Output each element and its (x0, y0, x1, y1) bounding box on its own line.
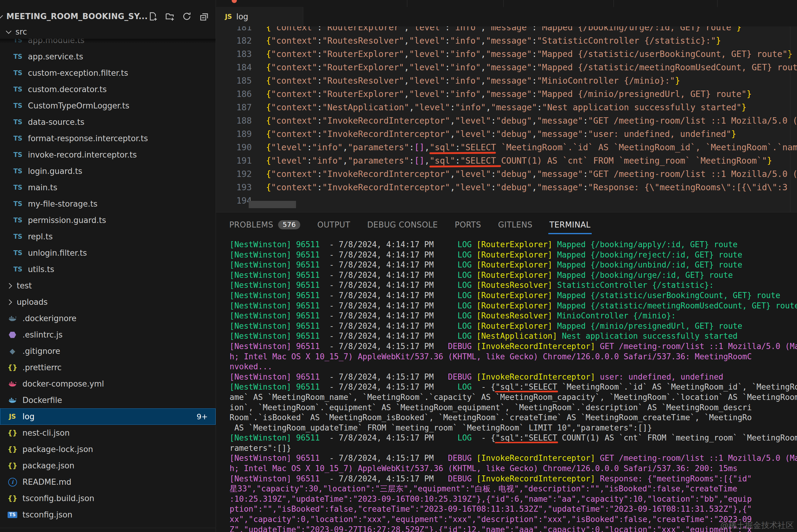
sidebar-item-utils-ts[interactable]: TSutils.ts (0, 261, 216, 278)
sidebar-item-log[interactable]: JSlog9+ (0, 408, 216, 425)
terminal-line: 星33","capacity":30,"location":"三层东","equ… (230, 484, 797, 494)
editor-line-193: 193{"context":"InvokeRecordInterceptor",… (216, 181, 797, 194)
terminal-line: [NestWinston] 96511 - 7/8/2024, 4:14:17 … (230, 240, 797, 250)
tab-log[interactable]: JS log (216, 7, 303, 26)
panel-tab-debug-console[interactable]: DEBUG CONSOLE (367, 220, 438, 229)
sidebar-item-docker-compose-yml[interactable]: docker-compose.yml (0, 376, 216, 392)
sidebar-item-uploads[interactable]: uploads (0, 294, 216, 310)
file-label: docker-compose.yml (22, 379, 104, 388)
explorer-section-header[interactable]: MEETING_ROOM_BOOKING_SY... (0, 8, 216, 25)
panel-tab-problems[interactable]: PROBLEMS576 (229, 220, 300, 229)
sidebar-item-login-guard-ts[interactable]: TSlogin.guard.ts (0, 163, 216, 179)
typescript-file-icon: TS (11, 266, 25, 273)
file-label: CustomTypeOrmLogger.ts (28, 101, 129, 110)
file-label: unlogin.filter.ts (28, 248, 87, 258)
file-label: repl.ts (28, 232, 53, 241)
sidebar-item-main-ts[interactable]: TSmain.ts (0, 179, 216, 196)
panel-tab-terminal[interactable]: TERMINAL (549, 220, 591, 229)
info-icon: i (5, 478, 19, 487)
json-file-icon: {} (5, 462, 19, 470)
terminal-line: Z","updateTime":"2023-09-27T16:27:28.529… (230, 525, 797, 532)
typescript-file-icon: TS (11, 102, 25, 109)
file-label: format-response.interceptor.ts (28, 134, 148, 143)
terminal-line: [NestWinston] 96511 - 7/8/2024, 4:15:17 … (230, 453, 797, 463)
terminal-line: ion`, `MeetingRoom`.`equipment` AS `Meet… (230, 403, 797, 413)
terminal-line: h; Intel Mac OS X 10_15_7) AppleWebKit/5… (230, 463, 797, 474)
line-number: 191 (216, 154, 252, 168)
code-editor[interactable]: 181{"context":"RouterExplorer","level":"… (216, 26, 797, 212)
json-file-icon: {} (5, 445, 19, 453)
panel-tab-bar: PROBLEMS576OUTPUTDEBUG CONSOLEPORTSGITLE… (229, 212, 591, 237)
sidebar-item--eslintrc-js[interactable]: .eslintrc.js (0, 327, 216, 343)
panel-tab-output[interactable]: OUTPUT (317, 220, 350, 229)
editor-line-189: 189{"context":"InvokeRecordInterceptor",… (216, 128, 797, 141)
panel-tab-gitlens[interactable]: GITLENS (498, 220, 532, 229)
explorer-sidebar: MEETING_ROOM_BOOKING_SY... src TSapp.mod… (0, 0, 216, 532)
editor-line-191: 191{"level":"info","parameters":[],"sql"… (216, 154, 797, 168)
terminal-line: [NestWinston] 96511 - 7/8/2024, 4:14:17 … (230, 331, 797, 341)
terminal-line: [NestWinston] 96511 - 7/8/2024, 4:14:17 … (230, 290, 797, 301)
sidebar-item--prettierrc[interactable]: {}.prettierrc (0, 359, 216, 376)
sidebar-item-unlogin-filter-ts[interactable]: TSunlogin.filter.ts (0, 245, 216, 261)
file-label: .prettierrc (22, 363, 61, 372)
editor-line-182: 182{"context":"RoutesResolver","level":"… (216, 34, 797, 48)
sidebar-item-tsconfig-build-json[interactable]: {}tsconfig.build.json (0, 490, 216, 507)
sidebar-item-src-folder[interactable]: src (0, 25, 216, 39)
sidebar-item-tsconfig-json[interactable]: TStsconfig.json (0, 507, 216, 523)
sidebar-item-invoke-record-interceptor-ts[interactable]: TSinvoke-record.interceptor.ts (0, 147, 216, 163)
sidebar-item--dockerignore[interactable]: .dockerignore (0, 310, 216, 327)
collapse-folders-icon[interactable] (199, 11, 209, 21)
chevron-right-icon (6, 283, 12, 288)
line-number: 181 (216, 26, 252, 34)
sidebar-item-repl-ts[interactable]: TSrepl.ts (0, 228, 216, 245)
editor-horizontal-scrollbar[interactable] (249, 201, 296, 208)
sidebar-item-customtypeormlogger-ts[interactable]: TSCustomTypeOrmLogger.ts (0, 98, 216, 114)
sidebar-item-package-json[interactable]: {}package.json (0, 457, 216, 474)
sidebar-item-dockerfile[interactable]: Dockerfile (0, 392, 216, 408)
file-label: package-lock.json (22, 445, 93, 454)
sidebar-item-custom-decorator-ts[interactable]: TScustom.decorator.ts (0, 81, 216, 98)
file-label: tsconfig.json (22, 510, 72, 519)
editor-line-188: 188{"context":"InvokeRecordInterceptor",… (216, 114, 797, 128)
terminal-line: AS `MeetingRoom_updateTime` FROM `meetin… (230, 423, 797, 433)
sidebar-item-package-lock-json[interactable]: {}package-lock.json (0, 441, 216, 457)
editor-column: JS log 181{"context":"RouterExplorer","l… (216, 0, 797, 532)
typescript-file-icon: TS (11, 118, 25, 126)
file-label: .gitignore (22, 347, 60, 356)
sidebar-item-nest-cli-json[interactable]: {}nest-cli.json (0, 425, 216, 441)
docker-icon (5, 315, 19, 322)
sidebar-item-format-response-interceptor-ts[interactable]: TSformat-response.interceptor.ts (0, 130, 216, 147)
editor-line-194: 194 (216, 194, 797, 208)
file-label: login.guard.ts (28, 167, 82, 176)
file-label: permission.guard.ts (28, 216, 106, 225)
line-number: 193 (216, 181, 252, 194)
watermark: @稀土掘金技术社区 (720, 520, 794, 531)
sidebar-item--gitignore[interactable]: ◆.gitignore (0, 343, 216, 359)
panel-tab-ports[interactable]: PORTS (455, 220, 481, 229)
file-label: main.ts (28, 183, 57, 192)
sidebar-item-app-service-ts[interactable]: TSapp.service.ts (0, 49, 216, 65)
file-label: custom.decorator.ts (28, 85, 107, 94)
terminal-line: [NestWinston] 96511 - 7/8/2024, 4:14:17 … (230, 250, 797, 260)
new-folder-icon[interactable] (165, 11, 175, 21)
editor-line-192: 192{"context":"InvokeRecordInterceptor",… (216, 168, 797, 181)
terminal-line: rameters":[]} (230, 443, 797, 454)
refresh-explorer-icon[interactable] (182, 11, 192, 21)
sidebar-item-readme-md[interactable]: iREADME.md (0, 474, 216, 490)
line-number: 182 (216, 34, 252, 48)
docker-compose-icon (5, 380, 19, 387)
sidebar-item-my-file-storage-ts[interactable]: TSmy-file-storage.ts (0, 196, 216, 212)
file-label: data-source.ts (28, 117, 84, 127)
sidebar-item-custom-exception-filter-ts[interactable]: TScustom-exception.filter.ts (0, 65, 216, 81)
new-file-icon[interactable] (148, 11, 158, 21)
terminal-line: Room`.`isBooked` AS `MeetingRoom_isBooke… (230, 413, 797, 423)
file-label: app.service.ts (28, 52, 83, 61)
sidebar-item-test[interactable]: test (0, 278, 216, 294)
typescript-file-icon: TS (11, 135, 25, 142)
sidebar-item-permission-guard-ts[interactable]: TSpermission.guard.ts (0, 212, 216, 228)
sidebar-item-data-source-ts[interactable]: TSdata-source.ts (0, 114, 216, 130)
typescript-file-icon: TS (11, 53, 25, 60)
terminal-output[interactable]: [NestWinston] 96511 - 7/8/2024, 4:14:17 … (230, 240, 797, 532)
modified-dot-icon (232, 0, 237, 3)
sidebar-divider (0, 528, 216, 528)
